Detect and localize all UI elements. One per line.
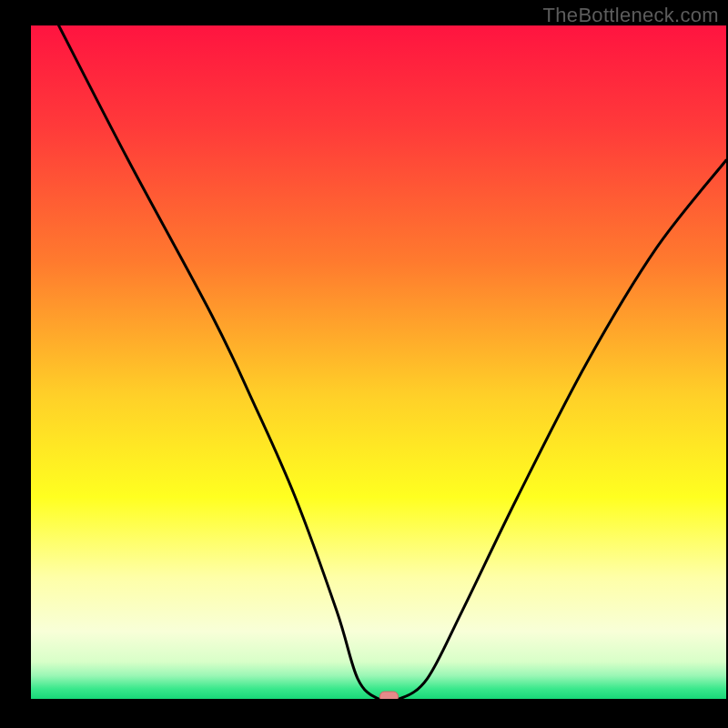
optimal-marker [379, 692, 398, 699]
gradient-background [31, 25, 726, 699]
watermark-text: TheBottleneck.com [543, 4, 719, 27]
chart-svg [31, 25, 726, 699]
plot-area [31, 25, 726, 699]
chart-frame: TheBottleneck.com [0, 0, 728, 728]
